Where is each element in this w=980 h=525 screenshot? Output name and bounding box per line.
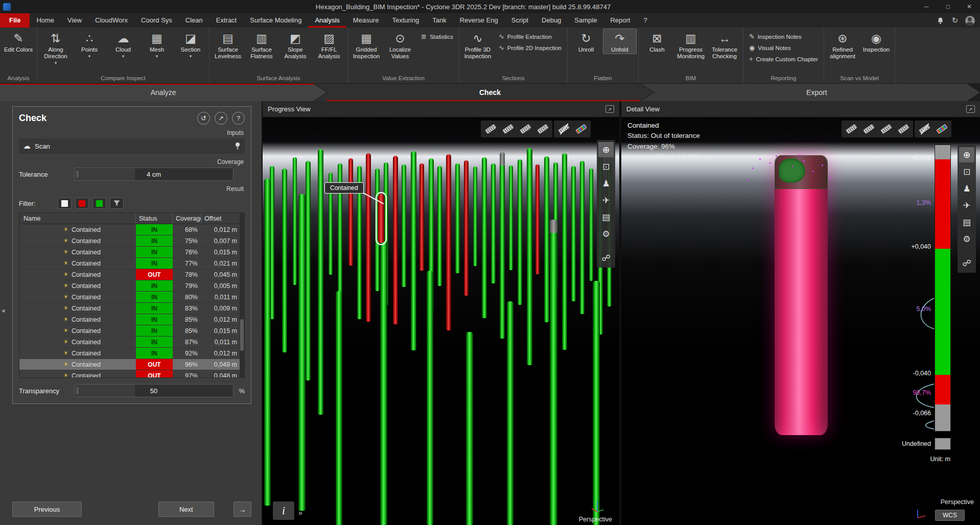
pick-pin-icon[interactable] xyxy=(235,142,241,150)
visibility-sun-icon[interactable]: ☀ xyxy=(63,294,68,300)
rebar-rod[interactable] xyxy=(507,301,514,525)
rebar-rod[interactable] xyxy=(282,169,287,352)
projection-mode-icon[interactable]: ▤ xyxy=(598,209,614,225)
filter-in-toggle[interactable] xyxy=(92,198,106,209)
table-header[interactable]: Name Status Coverage Offset xyxy=(19,213,244,224)
rebar-rod[interactable] xyxy=(318,149,323,415)
ribbon-progress-monitoring[interactable]: ▥Progress Monitoring xyxy=(674,29,708,61)
rebar-rod[interactable] xyxy=(464,160,469,296)
measurement-colormap-icon[interactable] xyxy=(573,122,589,136)
table-row[interactable]: ☀ContainedIN85%0,015 m xyxy=(19,325,244,337)
workflow-step-export[interactable]: Export xyxy=(641,84,980,101)
menu-tab-texturing[interactable]: Texturing xyxy=(385,13,426,28)
ribbon-edit-colors[interactable]: ✎Edit Colors xyxy=(2,29,35,54)
visibility-sun-icon[interactable]: ☀ xyxy=(63,282,68,289)
rebar-rod[interactable] xyxy=(535,164,540,274)
hide-measurements-icon[interactable] xyxy=(555,122,572,136)
rebar-rod[interactable] xyxy=(427,271,433,525)
ribbon-cloud[interactable]: ☁Cloud▾ xyxy=(106,29,140,60)
notifications-bell-icon[interactable] xyxy=(935,15,945,26)
visibility-sun-icon[interactable]: ☀ xyxy=(63,372,68,377)
edit-measurement-icon[interactable] xyxy=(878,122,894,136)
table-row[interactable]: ☀ContainedIN76%0,015 m xyxy=(19,247,244,258)
progress-viewport[interactable]: ⊕⊡♟✈▤⚙☍ Contained Perspective i » xyxy=(263,117,619,525)
export-step-icon[interactable]: → xyxy=(234,502,252,517)
rebar-rod[interactable] xyxy=(571,166,576,301)
menu-tab-home[interactable]: Home xyxy=(30,13,61,28)
table-row[interactable]: ☀ContainedIN87%0,011 m xyxy=(19,337,244,348)
visibility-sun-icon[interactable]: ☀ xyxy=(63,260,68,267)
projection-label[interactable]: Perspective xyxy=(579,516,612,523)
render-settings-icon[interactable]: ⚙ xyxy=(598,226,614,242)
add-measurement-icon[interactable] xyxy=(843,122,859,136)
rebar-rod[interactable] xyxy=(482,157,487,318)
ribbon-surface-levelness[interactable]: ▤Surface Levelness xyxy=(211,29,245,61)
rebar-rod[interactable] xyxy=(298,194,306,511)
table-row[interactable]: ☀ContainedIN85%0,012 m xyxy=(19,314,244,325)
ribbon-surface-flatness[interactable]: ▥Surface Flatness xyxy=(245,29,278,61)
table-row[interactable]: ☀ContainedIN83%0,009 m xyxy=(19,303,244,314)
visibility-sun-icon[interactable]: ☀ xyxy=(63,237,68,244)
table-row[interactable]: ☀ContainedIN68%0,012 m xyxy=(19,224,244,235)
visibility-sun-icon[interactable]: ☀ xyxy=(63,249,68,255)
rebar-rod[interactable] xyxy=(518,159,522,305)
menu-tab-view[interactable]: View xyxy=(61,13,88,28)
popout-icon[interactable]: ↗ xyxy=(605,105,614,113)
menu-tab-analysis[interactable]: Analysis xyxy=(308,13,346,28)
rebar-rod[interactable] xyxy=(491,163,496,283)
wcs-button[interactable]: WCS xyxy=(935,510,965,521)
rebar-rod[interactable] xyxy=(393,156,398,324)
rebar-rod[interactable] xyxy=(589,169,593,281)
hide-measurements-icon[interactable] xyxy=(916,122,932,136)
rebar-rod[interactable] xyxy=(411,151,416,350)
rebar-rod[interactable] xyxy=(500,152,505,339)
rebar-rod[interactable] xyxy=(446,154,451,330)
panel-collapse-chevron-icon[interactable]: ◄ xyxy=(0,299,6,322)
measure-distance-icon[interactable] xyxy=(860,122,877,136)
minimize-button[interactable]: ─ xyxy=(916,0,937,13)
filter-funnel-icon[interactable] xyxy=(110,198,124,209)
rebar-rod[interactable] xyxy=(580,161,585,314)
menu-tab-cloudworx[interactable]: CloudWorx xyxy=(88,13,134,28)
table-row[interactable]: ☀ContainedIN75%0,007 m xyxy=(19,235,244,247)
transparency-slider[interactable]: 50 xyxy=(74,384,234,397)
table-row[interactable]: ☀ContainedOUT78%0,045 m xyxy=(19,269,244,280)
ribbon-inspection[interactable]: ◉Inspection xyxy=(859,29,893,54)
fly-mode-icon[interactable]: ✈ xyxy=(959,198,974,213)
ribbon-inspection-notes[interactable]: ✎Inspection Notes xyxy=(747,32,820,41)
menu-tab-help[interactable]: ? xyxy=(637,13,654,28)
visibility-sun-icon[interactable]: ☀ xyxy=(63,327,68,334)
next-button[interactable]: Next xyxy=(158,502,214,517)
walkthrough-icon[interactable]: ♟ xyxy=(959,181,974,196)
history-icon[interactable]: ↺ xyxy=(197,112,210,125)
ribbon-profile-3d-inspection[interactable]: ∿Profile 3D Inspection xyxy=(461,29,495,61)
ribbon-create-custom-chapter[interactable]: +Create Custom Chapter xyxy=(747,54,820,64)
rebar-rod[interactable] xyxy=(544,156,549,322)
measurement-colormap-icon[interactable] xyxy=(934,122,950,136)
rebar-rod[interactable] xyxy=(455,163,460,273)
fly-mode-icon[interactable]: ✈ xyxy=(598,193,614,208)
zoom-target-icon[interactable]: ⊡ xyxy=(598,159,614,174)
ribbon-refined-alignment[interactable]: ⊛Refined alignment xyxy=(826,29,859,61)
detail-viewport[interactable]: Contained Status: Out of tolerance Cover… xyxy=(621,117,980,525)
ribbon-profile-2d-inspection[interactable]: ∿Profile 2D Inspection xyxy=(497,43,564,53)
menu-tab-clean[interactable]: Clean xyxy=(179,13,209,28)
table-row[interactable]: ☀ContainedIN92%0,012 m xyxy=(19,348,244,359)
rebar-rod[interactable] xyxy=(366,153,371,322)
edit-measurement-icon[interactable] xyxy=(517,122,533,136)
link-views-icon[interactable]: ☍ xyxy=(598,250,614,266)
ribbon-slope-analysis[interactable]: ◩Slope Analysis xyxy=(278,29,312,61)
menu-tab-coord-sys[interactable]: Coord Sys xyxy=(134,13,179,28)
visibility-sun-icon[interactable]: ☀ xyxy=(63,271,68,278)
info-button[interactable]: i xyxy=(273,502,294,520)
rebar-rod[interactable] xyxy=(419,163,424,271)
ribbon-visual-notes[interactable]: ◉Visual Notes xyxy=(747,43,820,53)
user-avatar[interactable] xyxy=(965,15,975,26)
export-panel-icon[interactable]: ↗ xyxy=(215,112,227,125)
ribbon-along-direction[interactable]: ⇅Along Direction▾ xyxy=(39,29,73,67)
rebar-rod[interactable] xyxy=(380,240,387,525)
rebar-rod[interactable] xyxy=(348,158,353,266)
filter-undefined-toggle[interactable] xyxy=(58,198,72,209)
link-views-icon[interactable]: ☍ xyxy=(959,255,974,271)
menu-tab-report[interactable]: Report xyxy=(603,13,637,28)
